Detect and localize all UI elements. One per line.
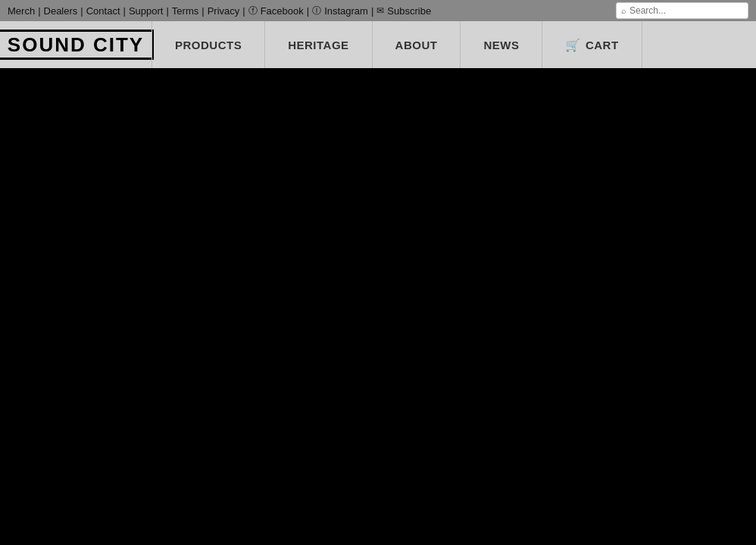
nav-heritage[interactable]: HERITAGE: [265, 21, 372, 68]
cart-label: CART: [586, 39, 619, 51]
site-logo[interactable]: SOUND CITY: [0, 30, 154, 60]
terms-link[interactable]: Terms: [172, 5, 198, 17]
merch-link[interactable]: Merch: [8, 5, 35, 17]
separator-5: |: [201, 5, 204, 17]
main-navigation: SOUND CITY PRODUCTS HERITAGE ABOUT NEWS …: [0, 21, 756, 68]
contact-link[interactable]: Contact: [86, 5, 120, 17]
subscribe-label: Subscribe: [387, 5, 431, 17]
nav-cart[interactable]: 🛒 CART: [542, 21, 642, 68]
cart-icon: 🛒: [565, 38, 581, 52]
facebook-icon: ⓕ: [248, 5, 258, 17]
instagram-label: Instagram: [324, 5, 368, 17]
search-box[interactable]: ⌕: [616, 2, 748, 19]
subscribe-link[interactable]: ✉ Subscribe: [376, 5, 431, 17]
instagram-link[interactable]: Ⓘ Instagram: [312, 5, 368, 17]
privacy-link[interactable]: Privacy: [208, 5, 240, 17]
facebook-label: Facebook: [261, 5, 304, 17]
subscribe-icon: ✉: [376, 5, 384, 16]
nav-products[interactable]: PRODUCTS: [152, 21, 265, 68]
separator-2: |: [80, 5, 83, 17]
search-icon: ⌕: [621, 6, 626, 15]
separator-3: |: [123, 5, 126, 17]
facebook-link[interactable]: ⓕ Facebook: [248, 5, 304, 17]
separator-4: |: [166, 5, 168, 17]
separator-8: |: [371, 5, 373, 17]
separator-6: |: [242, 5, 245, 17]
nav-about[interactable]: ABOUT: [373, 21, 461, 68]
top-utility-bar: Merch | Dealers | Contact | Support | Te…: [0, 0, 756, 21]
nav-links: PRODUCTS HERITAGE ABOUT NEWS 🛒 CART: [152, 21, 756, 68]
logo-container[interactable]: SOUND CITY: [0, 21, 152, 68]
dealers-link[interactable]: Dealers: [44, 5, 78, 17]
separator-1: |: [38, 5, 40, 17]
nav-news[interactable]: NEWS: [461, 21, 542, 68]
support-link[interactable]: Support: [129, 5, 164, 17]
top-bar-links: Merch | Dealers | Contact | Support | Te…: [8, 5, 431, 17]
main-content-area: [0, 68, 756, 545]
separator-7: |: [307, 5, 309, 17]
instagram-icon: Ⓘ: [312, 5, 321, 17]
search-input[interactable]: [629, 5, 743, 16]
